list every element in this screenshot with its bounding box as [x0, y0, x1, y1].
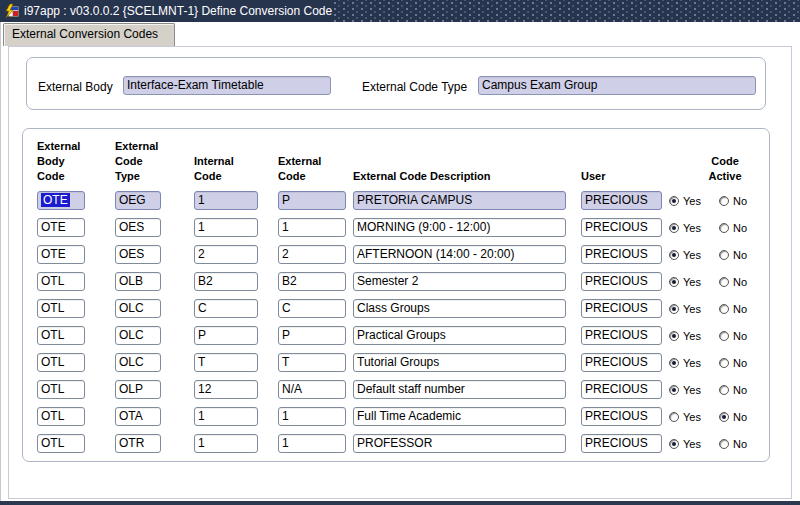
body-code-field[interactable]: OTL: [37, 434, 85, 453]
yes-radio-label: Yes: [683, 353, 701, 374]
internal-code-field[interactable]: B2: [194, 272, 258, 291]
body-code-field[interactable]: OTE: [37, 218, 85, 237]
user-field[interactable]: PRECIOUS: [581, 407, 662, 426]
external-code-field[interactable]: T: [278, 353, 346, 372]
description-value: Practical Groups: [357, 328, 446, 342]
code-type-field[interactable]: OTR: [115, 434, 161, 453]
external-code-value: P: [282, 328, 290, 342]
external-code-field[interactable]: P: [278, 191, 346, 210]
yes-radio[interactable]: [669, 412, 679, 422]
user-field[interactable]: PRECIOUS: [581, 272, 662, 291]
forms-app-icon[interactable]: [4, 3, 20, 19]
no-radio[interactable]: [719, 250, 729, 260]
external-code-value: T: [282, 355, 289, 369]
tab-external-conversion-codes[interactable]: External Conversion Codes: [3, 23, 175, 46]
user-field[interactable]: PRECIOUS: [581, 245, 662, 264]
external-code-field[interactable]: N/A: [278, 380, 346, 399]
code-type-field[interactable]: OES: [115, 218, 161, 237]
table-row: OTE OES 2 2 AFTERNOON (14:00 - 20:00) PR…: [23, 245, 769, 265]
body-code-field[interactable]: OTL: [37, 299, 85, 318]
user-value: PRECIOUS: [585, 328, 648, 342]
external-code-field[interactable]: 1: [278, 218, 346, 237]
table-row: OTL OLP 12 N/A Default staff number PREC…: [23, 380, 769, 400]
description-field[interactable]: AFTERNOON (14:00 - 20:00): [353, 245, 566, 264]
code-type-field[interactable]: OLP: [115, 380, 161, 399]
external-code-field[interactable]: B2: [278, 272, 346, 291]
description-field[interactable]: Full Time Academic: [353, 407, 566, 426]
internal-code-field[interactable]: C: [194, 299, 258, 318]
yes-radio[interactable]: [669, 250, 679, 260]
body-code-field[interactable]: OTL: [37, 272, 85, 291]
external-code-field[interactable]: 1: [278, 434, 346, 453]
body-code-field[interactable]: OTL: [37, 407, 85, 426]
body-code-field[interactable]: OTE: [37, 191, 85, 210]
internal-code-field[interactable]: T: [194, 353, 258, 372]
yes-radio[interactable]: [669, 439, 679, 449]
external-code-value: 2: [282, 247, 289, 261]
no-radio[interactable]: [719, 277, 729, 287]
window-titlebar[interactable]: i97app : v03.0.0.2 {SCELMNT-1} Define Co…: [0, 0, 800, 22]
yes-radio[interactable]: [669, 223, 679, 233]
external-code-value: N/A: [282, 382, 302, 396]
description-field[interactable]: Class Groups: [353, 299, 566, 318]
user-field[interactable]: PRECIOUS: [581, 326, 662, 345]
external-code-field[interactable]: 2: [278, 245, 346, 264]
no-radio[interactable]: [719, 223, 729, 233]
description-field[interactable]: Default staff number: [353, 380, 566, 399]
description-field[interactable]: MORNING (9:00 - 12:00): [353, 218, 566, 237]
yes-radio[interactable]: [669, 277, 679, 287]
body-code-field[interactable]: OTL: [37, 353, 85, 372]
internal-code-field[interactable]: P: [194, 326, 258, 345]
code-type-value: OTR: [119, 436, 144, 450]
no-radio-label: No: [733, 353, 747, 374]
code-type-field[interactable]: OLB: [115, 272, 161, 291]
user-field[interactable]: PRECIOUS: [581, 380, 662, 399]
user-field[interactable]: PRECIOUS: [581, 353, 662, 372]
description-field[interactable]: Practical Groups: [353, 326, 566, 345]
code-active-radio-group: Yes No: [669, 299, 771, 319]
body-code-field[interactable]: OTL: [37, 326, 85, 345]
user-field[interactable]: PRECIOUS: [581, 434, 662, 453]
external-body-field[interactable]: Interface-Exam Timetable: [123, 76, 331, 95]
external-code-field[interactable]: 1: [278, 407, 346, 426]
internal-code-field[interactable]: 2: [194, 245, 258, 264]
internal-code-field[interactable]: 1: [194, 218, 258, 237]
external-code-field[interactable]: P: [278, 326, 346, 345]
code-type-field[interactable]: OLC: [115, 326, 161, 345]
internal-code-field[interactable]: 1: [194, 407, 258, 426]
description-field[interactable]: Semester 2: [353, 272, 566, 291]
internal-code-field[interactable]: 1: [194, 191, 258, 210]
internal-code-field[interactable]: 1: [194, 434, 258, 453]
titlebar-texture: [333, 0, 800, 22]
no-radio[interactable]: [719, 385, 729, 395]
code-type-field[interactable]: OES: [115, 245, 161, 264]
code-type-field[interactable]: OLC: [115, 299, 161, 318]
yes-radio[interactable]: [669, 304, 679, 314]
no-radio[interactable]: [719, 196, 729, 206]
no-radio[interactable]: [719, 412, 729, 422]
description-field[interactable]: Tutorial Groups: [353, 353, 566, 372]
yes-radio[interactable]: [669, 196, 679, 206]
description-field[interactable]: PRETORIA CAMPUS: [353, 191, 566, 210]
no-radio[interactable]: [719, 331, 729, 341]
code-active-radio-group: Yes No: [669, 380, 771, 400]
body-code-field[interactable]: OTL: [37, 380, 85, 399]
yes-radio[interactable]: [669, 331, 679, 341]
internal-code-field[interactable]: 12: [194, 380, 258, 399]
user-field[interactable]: PRECIOUS: [581, 191, 662, 210]
yes-radio[interactable]: [669, 385, 679, 395]
body-code-field[interactable]: OTE: [37, 245, 85, 264]
no-radio[interactable]: [719, 304, 729, 314]
description-field[interactable]: PROFESSOR: [353, 434, 566, 453]
user-field[interactable]: PRECIOUS: [581, 299, 662, 318]
code-type-field[interactable]: OEG: [115, 191, 161, 210]
external-code-field[interactable]: C: [278, 299, 346, 318]
code-type-field[interactable]: OLC: [115, 353, 161, 372]
code-type-field[interactable]: OTA: [115, 407, 161, 426]
no-radio[interactable]: [719, 358, 729, 368]
yes-radio[interactable]: [669, 358, 679, 368]
user-field[interactable]: PRECIOUS: [581, 218, 662, 237]
no-radio[interactable]: [719, 439, 729, 449]
description-value: Class Groups: [357, 301, 430, 315]
external-code-type-field[interactable]: Campus Exam Group: [478, 76, 756, 95]
